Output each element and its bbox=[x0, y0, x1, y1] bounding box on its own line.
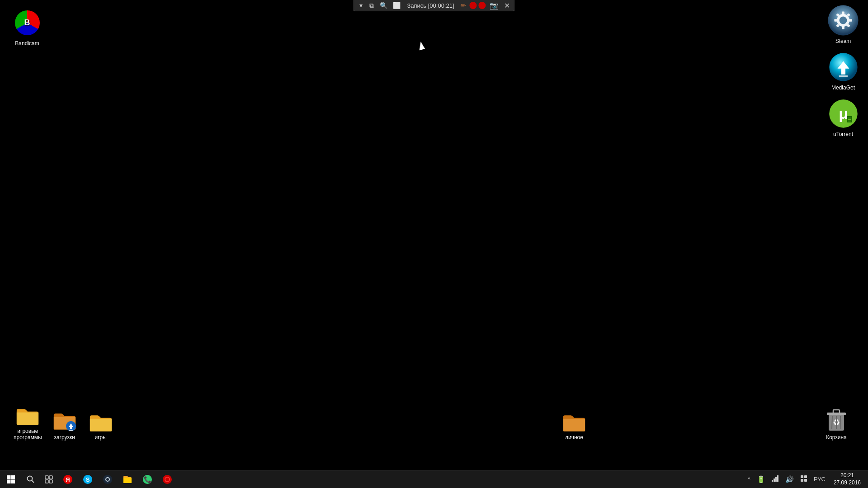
steam-desktop-icon[interactable]: Steam bbox=[821, 2, 866, 47]
bandicam-desktop-icon[interactable]: B Bandicam bbox=[5, 5, 50, 49]
igrovye-label: игровыепрограммы bbox=[14, 428, 42, 441]
svg-text:S: S bbox=[86, 476, 90, 483]
svg-rect-29 bbox=[7, 475, 11, 479]
svg-rect-56 bbox=[804, 475, 807, 478]
toolbar-camera-btn[interactable]: 📷 bbox=[488, 1, 500, 10]
igry-label: игры bbox=[95, 434, 107, 441]
toolbar-red-btn-2[interactable] bbox=[479, 2, 486, 9]
recording-label: Запись [00:00:21] bbox=[404, 2, 457, 9]
svg-rect-37 bbox=[45, 480, 48, 483]
lichnoe-folder-icon[interactable]: личное bbox=[556, 410, 592, 443]
svg-text:📞: 📞 bbox=[144, 476, 152, 483]
skype-taskbar-icon[interactable]: S bbox=[78, 470, 98, 488]
svg-rect-6 bbox=[849, 19, 852, 22]
skype-icon: S bbox=[83, 474, 93, 484]
steam-svg bbox=[827, 5, 859, 36]
svg-line-26 bbox=[832, 416, 832, 429]
igrovye-folder-icon[interactable]: игровыепрограммы bbox=[9, 404, 47, 443]
desktop: ▾ ⧉ 🔍 ⬜ Запись [00:00:21] ✏ 📷 ✕ B Bandic… bbox=[0, 0, 868, 470]
svg-rect-24 bbox=[827, 413, 846, 415]
svg-point-2 bbox=[840, 17, 847, 24]
svg-rect-4 bbox=[842, 26, 844, 29]
korzina-label: Корзина bbox=[826, 434, 847, 441]
steam-taskbar-icon[interactable] bbox=[98, 470, 118, 488]
svg-rect-5 bbox=[834, 19, 837, 22]
toolbar-pencil-btn[interactable]: ✏ bbox=[459, 1, 468, 10]
igry-folder-svg bbox=[89, 413, 113, 432]
mediaget-icon-img bbox=[827, 51, 859, 83]
svg-text:Я: Я bbox=[66, 476, 70, 483]
svg-point-50 bbox=[165, 478, 169, 481]
svg-rect-53 bbox=[775, 477, 777, 482]
zagruzki-icon-wrapper bbox=[53, 411, 76, 432]
svg-point-33 bbox=[28, 476, 33, 481]
record-icon bbox=[162, 474, 172, 484]
steam-icon-img bbox=[827, 5, 859, 36]
toolbar-duplicate-btn[interactable]: ⧉ bbox=[367, 1, 376, 10]
language-indicator[interactable]: РУС bbox=[812, 475, 827, 483]
right-icons-panel: Steam bbox=[818, 0, 868, 140]
svg-rect-32 bbox=[11, 479, 15, 483]
utorrent-icon-img: μ bbox=[827, 98, 859, 129]
utorrent-svg: μ bbox=[829, 99, 858, 128]
taskbar: Я S 📞 bbox=[0, 470, 868, 488]
svg-point-45 bbox=[106, 478, 109, 481]
svg-text:μ: μ bbox=[839, 105, 848, 122]
tray-network-icon[interactable] bbox=[770, 474, 781, 484]
task-view-icon bbox=[45, 475, 53, 483]
explorer-taskbar-icon[interactable] bbox=[118, 470, 137, 488]
svg-rect-51 bbox=[772, 480, 773, 482]
start-button[interactable] bbox=[0, 470, 22, 488]
svg-rect-54 bbox=[777, 475, 778, 482]
tray-chevron[interactable]: ^ bbox=[746, 475, 752, 483]
action-center-svg bbox=[800, 475, 807, 482]
svg-rect-22 bbox=[69, 430, 73, 431]
svg-line-28 bbox=[840, 416, 841, 429]
lichnoe-folder-svg bbox=[562, 413, 586, 432]
toolbar-close-btn[interactable]: ✕ bbox=[502, 1, 512, 10]
tray-battery-icon[interactable]: 🔋 bbox=[755, 474, 767, 484]
steam-taskbar-svg bbox=[103, 474, 113, 484]
svg-rect-52 bbox=[774, 479, 775, 482]
svg-rect-3 bbox=[842, 11, 844, 14]
svg-rect-31 bbox=[7, 479, 11, 483]
korzina-svg: ♻ bbox=[825, 408, 848, 432]
svg-rect-55 bbox=[801, 475, 803, 478]
svg-line-34 bbox=[32, 480, 34, 483]
utorrent-label: uTorrent bbox=[833, 131, 853, 137]
svg-rect-30 bbox=[11, 475, 15, 479]
tray-action-center-icon[interactable] bbox=[798, 474, 809, 484]
korzina-folder-icon[interactable]: ♻ Корзина bbox=[818, 406, 854, 443]
clock-time: 20:21 bbox=[840, 472, 854, 479]
phone-icon: 📞 bbox=[142, 474, 152, 484]
toolbar-dropdown-btn[interactable]: ▾ bbox=[356, 1, 365, 10]
windows-logo-icon bbox=[6, 475, 15, 484]
mediaget-svg bbox=[829, 52, 858, 82]
igry-folder-icon[interactable]: игры bbox=[83, 410, 119, 443]
bottom-icons-panel: игровыепрограммы загрузки bbox=[0, 404, 868, 443]
system-tray: ^ 🔋 🔊 РУС 20:21 27.09.2016 bbox=[746, 470, 868, 488]
svg-rect-38 bbox=[49, 480, 52, 483]
task-view-button[interactable] bbox=[40, 470, 58, 488]
zagruzki-label: загрузки bbox=[54, 434, 75, 441]
phone-taskbar-icon[interactable]: 📞 bbox=[137, 470, 157, 488]
record-taskbar-icon[interactable] bbox=[157, 470, 177, 488]
toolbar-window-btn[interactable]: ⬜ bbox=[391, 1, 402, 10]
mediaget-desktop-icon[interactable]: MediaGet bbox=[821, 49, 866, 93]
mediaget-label: MediaGet bbox=[831, 84, 855, 91]
zagruzki-badge-svg bbox=[66, 421, 76, 432]
igrovye-folder-svg bbox=[16, 406, 39, 426]
system-clock[interactable]: 20:21 27.09.2016 bbox=[830, 470, 864, 488]
clock-date: 27.09.2016 bbox=[834, 479, 861, 487]
bandicam-icon-img: B bbox=[11, 7, 43, 38]
svg-rect-57 bbox=[801, 479, 803, 482]
toolbar-search-btn[interactable]: 🔍 bbox=[378, 1, 389, 10]
utorrent-desktop-icon[interactable]: μ uTorrent bbox=[821, 95, 866, 140]
taskbar-search-button[interactable] bbox=[22, 470, 40, 488]
toolbar-red-btn-1[interactable] bbox=[470, 2, 477, 9]
explorer-icon bbox=[123, 474, 132, 484]
mouse-cursor bbox=[417, 41, 425, 51]
zagruzki-folder-icon[interactable]: загрузки bbox=[47, 408, 83, 443]
tray-volume-icon[interactable]: 🔊 bbox=[783, 474, 796, 484]
yandex-browser-taskbar-icon[interactable]: Я bbox=[58, 470, 78, 488]
